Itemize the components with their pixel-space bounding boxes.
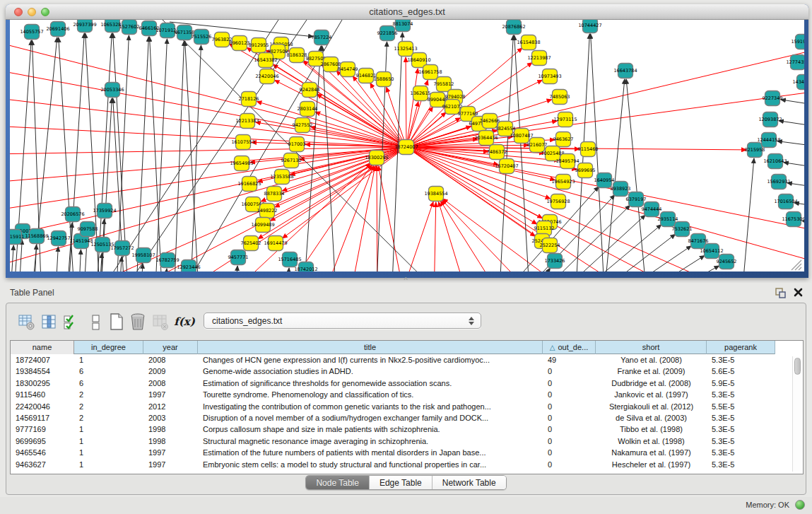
show-columns-icon[interactable] xyxy=(39,312,59,332)
table-row[interactable]: 969969511998Structural magnetic resonanc… xyxy=(11,436,803,447)
graph-node-label: 12444158 xyxy=(757,137,780,143)
graph-node-label: 9115132 xyxy=(534,226,555,231)
graph-node-label: 16914479 xyxy=(264,240,287,246)
cell-pagerank: 5.6E-5 xyxy=(707,366,775,377)
window-titlebar[interactable]: citations_edges.txt xyxy=(6,4,808,20)
cell-name: 22420046 xyxy=(11,401,74,412)
graph-node-label: 9242848 xyxy=(300,87,320,93)
graph-node-label: 19654923 xyxy=(551,179,575,185)
node-table: namein_degreeyeartitle△out_de...shortpag… xyxy=(10,340,804,474)
table-scrollbar[interactable] xyxy=(792,356,801,472)
graph-node-label: 9474444 xyxy=(642,206,662,212)
cell-in_degree: 1 xyxy=(74,447,143,458)
graph-node-label: 20206576 xyxy=(61,211,84,217)
deselect-all-icon[interactable] xyxy=(86,312,105,332)
cell-in_degree: 1 xyxy=(74,436,143,447)
graph-node-label: 16543382 xyxy=(254,57,277,63)
graph-node-label: 7955812 xyxy=(434,81,454,87)
column-header-name[interactable]: name xyxy=(11,341,74,354)
graph-node-label: 15919771 xyxy=(791,39,804,45)
graph-node-label: 16210643 xyxy=(763,158,787,164)
cell-out_de: 0 xyxy=(543,412,596,424)
table-row[interactable]: 1938455462009Genome-wide association stu… xyxy=(11,366,803,377)
table-row[interactable]: 977716911998Corpus callosum shape and si… xyxy=(11,424,803,435)
table-row[interactable]: 1872400712008Changes of HCN gene express… xyxy=(11,354,803,366)
column-header-in_degree[interactable]: in_degree xyxy=(74,341,143,354)
cell-short: Stergiakouli et al. (2012) xyxy=(596,401,707,412)
delete-icon[interactable] xyxy=(128,312,148,332)
table-row[interactable]: 1456911722003Disruption of a novel membe… xyxy=(11,412,803,424)
graph-node-label: 12213987 xyxy=(527,55,551,61)
column-header-out_de[interactable]: △out_de... xyxy=(543,341,596,354)
graph-node-label: 14345612 xyxy=(792,79,804,85)
new-document-icon[interactable] xyxy=(107,312,126,332)
close-panel-icon[interactable] xyxy=(793,287,804,298)
column-header-pagerank[interactable]: pagerank xyxy=(707,341,775,354)
cell-title: Structural magnetic resonance image aver… xyxy=(198,436,543,447)
graph-node-label: 8471676 xyxy=(688,238,709,244)
tab-network-table[interactable]: Network Table xyxy=(433,476,506,489)
cell-pagerank: 5.3E-5 xyxy=(707,447,775,458)
cell-in_degree: 1 xyxy=(74,424,143,435)
cell-name: 18724007 xyxy=(11,354,74,366)
network-graph[interactable]: 1405575720691406209373991065328715276026… xyxy=(10,20,804,271)
cell-name: 9115460 xyxy=(11,389,74,400)
graph-node-label: 8186328 xyxy=(287,52,307,58)
function-builder-icon[interactable]: f(x) xyxy=(175,312,194,332)
cell-year: 2008 xyxy=(143,378,198,389)
graph-node-label: 9267130 xyxy=(281,158,302,163)
cell-title: Estimation of significance thresholds fo… xyxy=(198,378,543,389)
graph-node-label: 1498222 xyxy=(257,208,278,214)
select-all-icon[interactable] xyxy=(60,312,80,332)
graph-node-label: 19756928 xyxy=(546,199,570,204)
table-scrollbar-thumb[interactable] xyxy=(794,358,801,375)
graph-node-label: 20876862 xyxy=(502,24,525,30)
graph-node-label: 7625402 xyxy=(241,240,261,246)
float-panel-icon[interactable] xyxy=(775,287,787,299)
cell-pagerank: 5.3E-5 xyxy=(707,389,775,400)
graph-node-label: 7515526 xyxy=(192,34,212,40)
window-resize-grip[interactable] xyxy=(792,260,801,270)
column-header-short[interactable]: short xyxy=(596,341,707,354)
graph-node-label: 7857224 xyxy=(312,35,332,40)
cell-pagerank: 5.3E-5 xyxy=(707,354,775,366)
tab-node-table[interactable]: Node Table xyxy=(306,476,370,489)
header-filler xyxy=(775,341,803,354)
cell-out_de: 0 xyxy=(543,378,596,389)
graph-node-label: 10654112 xyxy=(700,248,723,254)
cell-pagerank: 5.3E-5 xyxy=(707,412,775,424)
table-row[interactable]: 911546021997Tourette syndrome. Phenomeno… xyxy=(11,389,803,400)
cell-name: 18300295 xyxy=(11,378,74,389)
cell-short: Dudbridge et al. (2008) xyxy=(596,378,707,389)
graph-node-label: 3915911 xyxy=(10,234,24,240)
graph-node-label: 20053346 xyxy=(100,87,124,93)
tab-edge-table[interactable]: Edge Table xyxy=(370,476,433,489)
graph-node-label: 11451948 xyxy=(69,238,93,244)
graph-node-label: 6379197 xyxy=(626,197,647,202)
cell-title: Investigating the contribution of common… xyxy=(198,401,543,412)
table-row[interactable]: 1830029562008Estimation of significance … xyxy=(11,378,803,389)
memory-status-indicator[interactable] xyxy=(795,500,805,510)
network-canvas[interactable]: 1405575720691406209373991065328715276026… xyxy=(10,20,804,271)
column-header-year[interactable]: year xyxy=(143,341,198,354)
graph-node-label: 16154838 xyxy=(517,40,540,45)
table-settings-icon[interactable] xyxy=(16,312,36,332)
table-row[interactable]: 946362711997Embryonic stem cells: a mode… xyxy=(11,459,803,470)
graph-node-label: 9115460 xyxy=(578,146,599,152)
graph-node-label: 16720407 xyxy=(495,163,518,169)
cell-pagerank: 5.3E-5 xyxy=(707,436,775,447)
graph-node-label: 20364436 xyxy=(474,135,498,141)
graph-node-label: 8938923 xyxy=(611,186,631,192)
graph-node-label: 18300295 xyxy=(365,155,388,160)
cell-name: 9463627 xyxy=(11,459,74,470)
table-selector-dropdown[interactable]: citations_edges.txt xyxy=(204,313,481,329)
cell-title: Embryonic stem cells: a model to study s… xyxy=(198,459,543,470)
graph-node-label: 1362615 xyxy=(411,90,431,96)
cell-pagerank: 5.3E-5 xyxy=(707,459,775,470)
column-header-title[interactable]: title xyxy=(198,341,543,354)
table-row[interactable]: 946554611997Estimation of the future num… xyxy=(11,447,803,458)
cell-name: 9699695 xyxy=(11,436,74,447)
table-row[interactable]: 2242004622012Investigating the contribut… xyxy=(11,401,803,412)
graph-node-label: 16961758 xyxy=(418,69,442,75)
graph-node-label: 20691406 xyxy=(46,26,69,32)
